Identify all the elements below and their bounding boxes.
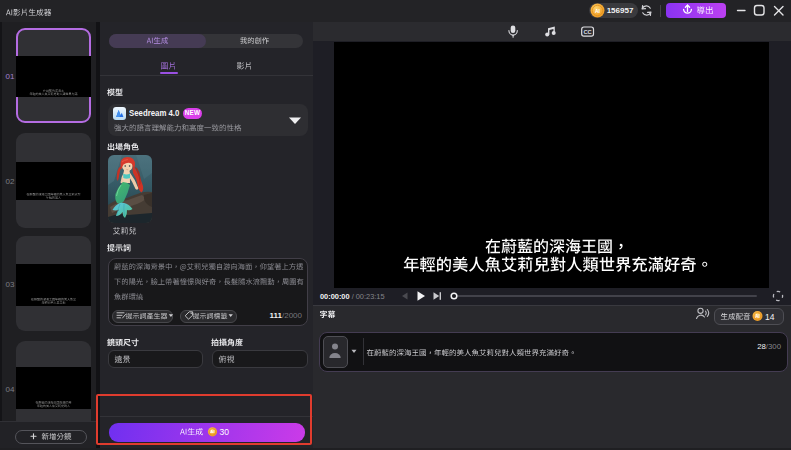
svg-text:CC: CC: [583, 29, 592, 35]
svg-text:AI: AI: [595, 8, 601, 14]
svg-text:AI: AI: [755, 314, 760, 319]
